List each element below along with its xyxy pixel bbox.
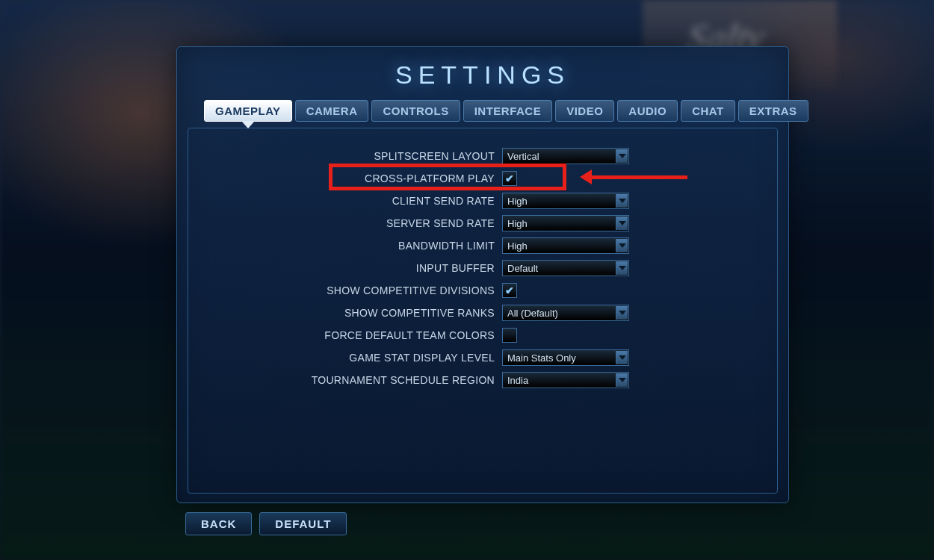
dropdown-tournament-schedule-region[interactable]: India xyxy=(502,372,629,388)
back-button[interactable]: BACK xyxy=(185,512,252,535)
label-server-send-rate: SERVER SEND RATE xyxy=(188,217,495,229)
row-force-default-team-colors: FORCE DEFAULT TEAM COLORS xyxy=(188,324,777,346)
chevron-down-icon xyxy=(616,261,628,275)
label-game-stat-display-level: GAME STAT DISPLAY LEVEL xyxy=(188,352,495,364)
dropdown-value: Vertical xyxy=(507,151,539,162)
tab-chat[interactable]: CHAT xyxy=(681,100,735,122)
dropdown-bandwidth-limit[interactable]: High xyxy=(502,237,629,254)
dropdown-show-competitive-ranks[interactable]: All (Default) xyxy=(502,305,629,321)
row-game-stat-display-level: GAME STAT DISPLAY LEVEL Main Stats Only xyxy=(188,346,777,369)
row-tournament-schedule-region: TOURNAMENT SCHEDULE REGION India xyxy=(188,369,777,391)
chevron-down-icon xyxy=(616,149,628,163)
dropdown-value: India xyxy=(507,375,528,386)
dropdown-value: High xyxy=(507,196,528,207)
chevron-down-icon xyxy=(616,306,628,320)
label-cross-platform-play: CROSS-PLATFORM PLAY xyxy=(188,172,495,184)
dropdown-splitscreen-layout[interactable]: Vertical xyxy=(502,148,629,164)
chevron-down-icon xyxy=(616,373,628,387)
default-button[interactable]: DEFAULT xyxy=(259,512,347,535)
dropdown-value: High xyxy=(507,218,528,229)
label-input-buffer: INPUT BUFFER xyxy=(188,262,495,274)
label-show-competitive-divisions: SHOW COMPETITIVE DIVISIONS xyxy=(188,284,495,296)
row-splitscreen-layout: SPLITSCREEN LAYOUT Vertical xyxy=(188,145,777,167)
checkbox-show-competitive-divisions[interactable] xyxy=(502,283,517,298)
dropdown-client-send-rate[interactable]: High xyxy=(502,193,629,209)
tabs-bar: GAMEPLAY CAMERA CONTROLS INTERFACE VIDEO… xyxy=(177,100,788,122)
row-cross-platform-play: CROSS-PLATFORM PLAY xyxy=(188,167,777,190)
settings-panel: SETTINGS GAMEPLAY CAMERA CONTROLS INTERF… xyxy=(176,46,789,503)
page-title: SETTINGS xyxy=(177,47,788,100)
row-show-competitive-ranks: SHOW COMPETITIVE RANKS All (Default) xyxy=(188,302,777,324)
chevron-down-icon xyxy=(616,351,628,364)
row-input-buffer: INPUT BUFFER Default xyxy=(188,257,777,279)
row-show-competitive-divisions: SHOW COMPETITIVE DIVISIONS xyxy=(188,279,777,302)
dropdown-value: High xyxy=(507,240,528,252)
label-show-competitive-ranks: SHOW COMPETITIVE RANKS xyxy=(188,307,495,319)
checkbox-cross-platform-play[interactable] xyxy=(502,171,517,186)
settings-content: SPLITSCREEN LAYOUT Vertical CROSS-PLATFO… xyxy=(188,128,778,494)
tab-extras[interactable]: EXTRAS xyxy=(738,100,808,122)
chevron-down-icon xyxy=(616,194,628,208)
dropdown-game-stat-display-level[interactable]: Main Stats Only xyxy=(502,349,629,366)
tab-audio[interactable]: AUDIO xyxy=(617,100,678,122)
row-client-send-rate: CLIENT SEND RATE High xyxy=(188,190,777,212)
dropdown-server-send-rate[interactable]: High xyxy=(502,215,629,231)
tab-interface[interactable]: INTERFACE xyxy=(463,100,553,122)
chevron-down-icon xyxy=(616,239,628,252)
dropdown-value: All (Default) xyxy=(507,308,558,319)
label-bandwidth-limit: BANDWIDTH LIMIT xyxy=(188,240,495,252)
tab-camera[interactable]: CAMERA xyxy=(295,100,369,122)
label-splitscreen-layout: SPLITSCREEN LAYOUT xyxy=(188,150,495,162)
dropdown-value: Main Stats Only xyxy=(507,352,576,364)
tab-gameplay[interactable]: GAMEPLAY xyxy=(204,100,292,122)
footer-buttons: BACK DEFAULT xyxy=(185,512,347,535)
row-bandwidth-limit: BANDWIDTH LIMIT High xyxy=(188,234,777,257)
dropdown-input-buffer[interactable]: Default xyxy=(502,260,629,276)
tab-controls[interactable]: CONTROLS xyxy=(371,100,460,122)
chevron-down-icon xyxy=(616,217,628,230)
tab-video[interactable]: VIDEO xyxy=(555,100,614,122)
label-force-default-team-colors: FORCE DEFAULT TEAM COLORS xyxy=(188,329,495,341)
checkbox-force-default-team-colors[interactable] xyxy=(502,328,517,343)
dropdown-value: Default xyxy=(507,263,538,274)
label-tournament-schedule-region: TOURNAMENT SCHEDULE REGION xyxy=(188,374,495,386)
row-server-send-rate: SERVER SEND RATE High xyxy=(188,212,777,234)
label-client-send-rate: CLIENT SEND RATE xyxy=(188,195,495,207)
